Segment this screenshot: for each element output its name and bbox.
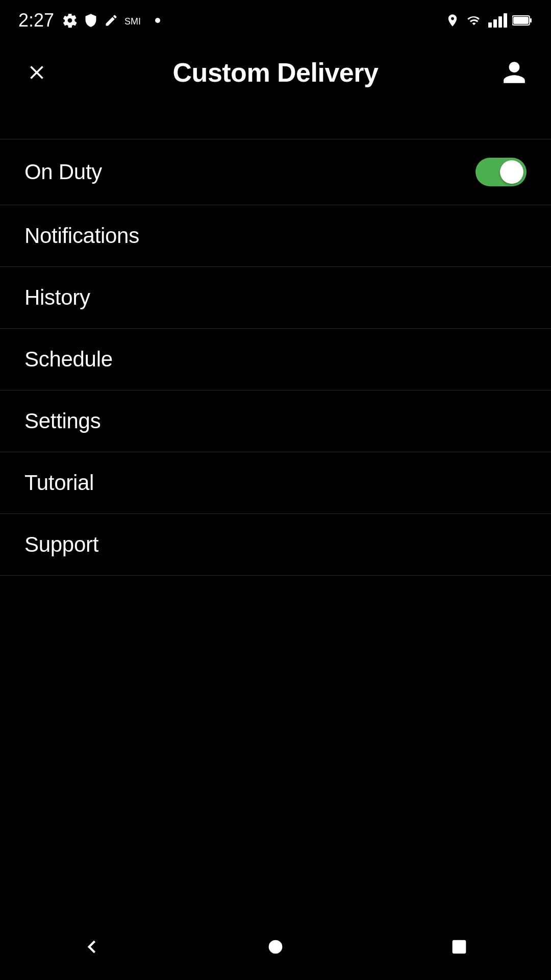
status-bar: 2:27 SMI	[0, 0, 551, 37]
svg-rect-5	[453, 940, 466, 954]
on-duty-toggle[interactable]	[475, 158, 527, 186]
home-icon	[265, 937, 286, 957]
support-label: Support	[24, 532, 98, 557]
dot-status-icon	[155, 18, 160, 23]
wifi-status-icon	[465, 13, 483, 28]
bottom-nav	[0, 919, 551, 980]
svg-point-4	[269, 940, 283, 954]
gear-status-icon	[62, 13, 78, 28]
svg-text:SMI: SMI	[124, 16, 141, 27]
menu-item-on-duty[interactable]: On Duty	[0, 139, 551, 205]
pen-status-icon	[104, 13, 118, 28]
profile-button[interactable]	[498, 56, 531, 89]
back-button[interactable]	[71, 926, 112, 967]
signal-status-icon	[488, 13, 507, 28]
toggle-track	[475, 158, 527, 186]
menu-container: On Duty Notifications History Schedule S…	[0, 108, 551, 576]
header: Custom Delivery	[0, 37, 551, 108]
page-title: Custom Delivery	[173, 57, 379, 88]
recent-apps-button[interactable]	[439, 926, 480, 967]
home-button[interactable]	[255, 926, 296, 967]
svg-rect-2	[530, 18, 532, 22]
back-icon	[79, 934, 105, 960]
profile-icon	[501, 59, 528, 86]
close-icon	[26, 61, 48, 84]
status-left: 2:27 SMI	[18, 10, 160, 31]
menu-item-support[interactable]: Support	[0, 514, 551, 576]
status-right	[445, 13, 533, 28]
menu-item-schedule[interactable]: Schedule	[0, 329, 551, 390]
sim-status-icon: SMI	[124, 13, 149, 28]
status-time: 2:27	[18, 10, 54, 31]
menu-item-settings[interactable]: Settings	[0, 390, 551, 452]
status-icons-left: SMI	[62, 13, 160, 28]
battery-status-icon	[512, 13, 533, 28]
menu-item-notifications[interactable]: Notifications	[0, 205, 551, 267]
recent-icon	[449, 937, 469, 957]
history-label: History	[24, 285, 90, 310]
menu-item-history[interactable]: History	[0, 267, 551, 329]
notifications-label: Notifications	[24, 224, 139, 248]
shield-status-icon	[84, 13, 98, 28]
settings-label: Settings	[24, 409, 101, 433]
svg-rect-3	[513, 17, 529, 24]
menu-item-tutorial[interactable]: Tutorial	[0, 452, 551, 514]
close-button[interactable]	[20, 56, 53, 89]
on-duty-label: On Duty	[24, 160, 102, 184]
tutorial-label: Tutorial	[24, 471, 94, 495]
location-status-icon	[445, 13, 460, 28]
schedule-label: Schedule	[24, 347, 113, 372]
toggle-thumb	[500, 160, 523, 184]
